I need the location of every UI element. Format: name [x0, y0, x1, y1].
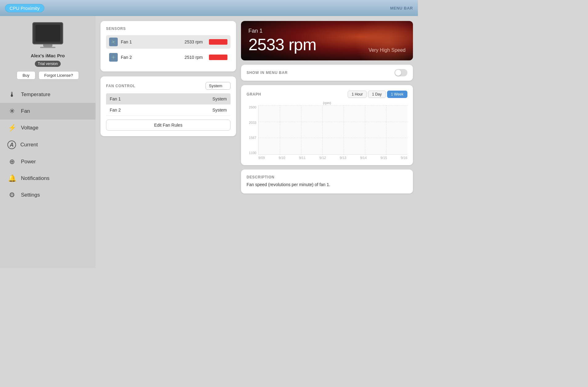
- sensors-title: SENSORS: [106, 26, 231, 31]
- graph-x-tick-5: 9/14: [360, 156, 366, 160]
- graph-x-tick-1: 9/10: [279, 156, 285, 160]
- menu-bar-toggle[interactable]: [394, 69, 407, 76]
- sensors-card: SENSORS: [100, 21, 236, 71]
- menu-bar-label: MENU BAR: [390, 6, 413, 10]
- graph-x-tick-7: 9/16: [401, 156, 407, 160]
- graph-tab-1day[interactable]: 1 Day: [368, 91, 386, 98]
- fan-table: Fan 1 System Fan 2 System: [106, 93, 231, 116]
- active-sensor-label[interactable]: CPU Proximity: [5, 4, 44, 12]
- fan-control-select[interactable]: System Custom: [206, 82, 231, 90]
- grid-vline-1: [301, 105, 301, 154]
- graph-y-tick-3: 1100: [249, 151, 256, 155]
- sidebar-nav: 🌡 Temperature ✳ Fan ⚡ Voltage A Current …: [0, 86, 96, 203]
- fan1-value: 2533 rpm: [185, 39, 203, 44]
- graph-y-label: (rpm): [247, 101, 407, 105]
- monitor-body: [32, 22, 63, 44]
- fan-hero-value: 2533 rpm: [248, 35, 406, 54]
- fan1-icon: [109, 38, 118, 46]
- graph-title: GRAPH: [247, 92, 261, 96]
- graph-x-labels: 9/09 9/10 9/11 9/12 9/13 9/14 9/15 9/16: [247, 156, 407, 160]
- graph-tabs: 1 Hour 1 Day 1 Week: [348, 91, 407, 98]
- fan-table-col-mode1: System: [212, 96, 227, 101]
- svg-point-0: [112, 41, 114, 43]
- fan-table-fan2-name: Fan 2: [110, 108, 121, 112]
- notifications-icon: 🔔: [7, 174, 17, 182]
- device-monitor: [32, 22, 63, 48]
- graph-plot: [258, 105, 407, 155]
- sidebar-item-fan[interactable]: ✳ Fan: [0, 103, 96, 120]
- menu-bar-card-label: SHOW IN MENU BAR: [247, 71, 288, 75]
- monitor-screen: [35, 25, 60, 42]
- current-icon: A: [7, 141, 16, 149]
- fan2-name: Fan 2: [121, 55, 182, 60]
- graph-tab-1week[interactable]: 1 Week: [387, 91, 407, 98]
- fan-hero-card: Fan 1 2533 rpm Very High Speed: [241, 21, 413, 60]
- sidebar-item-power[interactable]: ⊕ Power: [0, 153, 96, 170]
- fan-select-wrapper: System Custom: [206, 82, 231, 90]
- graph-tab-1hour[interactable]: 1 Hour: [348, 91, 367, 98]
- graph-y-tick-2: 1567: [249, 136, 256, 140]
- grid-vline-3: [344, 105, 344, 154]
- fan1-bar: [209, 39, 227, 45]
- graph-header: GRAPH 1 Hour 1 Day 1 Week: [247, 91, 407, 98]
- fan-control-header: FAN CONTROL System Custom: [106, 82, 231, 90]
- sidebar-item-settings[interactable]: ⚙ Settings: [0, 187, 96, 203]
- grid-line-2: [259, 138, 407, 138]
- graph-x-tick-3: 9/12: [319, 156, 326, 160]
- graph-y-tick-1: 2033: [249, 121, 256, 124]
- graph-x-tick-2: 9/11: [299, 156, 305, 160]
- fan-table-header: Fan 1 System: [106, 93, 231, 104]
- fan-hero-label: Fan 1: [248, 28, 406, 34]
- description-title: DESCRIPTION: [247, 175, 407, 179]
- monitor-stand: [43, 44, 52, 47]
- device-name: Alex's iMac Pro: [31, 53, 65, 58]
- description-card: DESCRIPTION Fan speed (revolutions per m…: [241, 169, 413, 194]
- sidebar-item-fan-label: Fan: [21, 108, 30, 114]
- right-panel: Fan 1 2533 rpm Very High Speed SHOW IN M…: [241, 21, 413, 263]
- fan-control-title: FAN CONTROL: [106, 84, 135, 88]
- sidebar-item-voltage-label: Voltage: [21, 125, 39, 131]
- grid-vline-4: [365, 105, 365, 154]
- fan-hero-sub: Very High Speed: [369, 47, 406, 53]
- sidebar-item-voltage[interactable]: ⚡ Voltage: [0, 120, 96, 136]
- fan-table-fan2-mode: System: [212, 108, 227, 112]
- graph-area: 2500 2033 1567 1100: [247, 105, 407, 155]
- edit-fan-rules-button[interactable]: Edit Fan Rules: [106, 120, 231, 131]
- fan2-bar: [209, 55, 227, 60]
- content-area: SENSORS: [96, 16, 418, 268]
- fan-table-row2: Fan 2 System: [106, 104, 231, 116]
- forgot-license-button[interactable]: Forgot License?: [39, 71, 79, 79]
- fan-control-card: FAN CONTROL System Custom Fan 1 System: [100, 76, 236, 136]
- graph-x-tick-6: 9/15: [380, 156, 387, 160]
- sensor-row-fan2[interactable]: Fan 2 2510 rpm: [106, 51, 231, 64]
- sidebar-item-notifications[interactable]: 🔔 Notifications: [0, 170, 96, 187]
- fan-table-col-fan1: Fan 1: [110, 96, 121, 101]
- sidebar-item-temperature-label: Temperature: [21, 92, 50, 98]
- buy-button[interactable]: Buy: [17, 71, 35, 79]
- temperature-icon: 🌡: [7, 91, 17, 99]
- grid-line-0: [259, 105, 407, 106]
- description-text: Fan speed (revolutions per minute) of fa…: [247, 182, 407, 188]
- monitor-base: [40, 47, 55, 48]
- sidebar-item-power-label: Power: [21, 159, 36, 165]
- sidebar-item-current-label: Current: [20, 142, 38, 148]
- sensor-row-fan1[interactable]: Fan 1 2533 rpm: [106, 35, 231, 49]
- settings-icon: ⚙: [7, 191, 17, 199]
- sidebar-buttons: Buy Forgot License?: [17, 71, 79, 79]
- fan2-value: 2510 rpm: [185, 55, 203, 60]
- sidebar-item-notifications-label: Notifications: [21, 175, 50, 181]
- fan1-name: Fan 1: [121, 39, 182, 44]
- grid-vline-0: [280, 105, 280, 154]
- sidebar-item-current[interactable]: A Current: [0, 136, 96, 153]
- power-icon: ⊕: [7, 158, 17, 166]
- grid-vline-5: [386, 105, 386, 154]
- sidebar: Alex's iMac Pro Trial version Buy Forgot…: [0, 16, 96, 268]
- sidebar-item-temperature[interactable]: 🌡 Temperature: [0, 86, 96, 103]
- voltage-icon: ⚡: [7, 124, 17, 132]
- left-panel: SENSORS: [100, 21, 236, 263]
- graph-y-axis: 2500 2033 1567 1100: [247, 105, 258, 155]
- main-layout: Alex's iMac Pro Trial version Buy Forgot…: [0, 16, 418, 268]
- svg-point-1: [112, 56, 114, 58]
- graph-x-tick-4: 9/13: [340, 156, 346, 160]
- graph-card: GRAPH 1 Hour 1 Day 1 Week (rpm) 2500 203…: [241, 85, 413, 165]
